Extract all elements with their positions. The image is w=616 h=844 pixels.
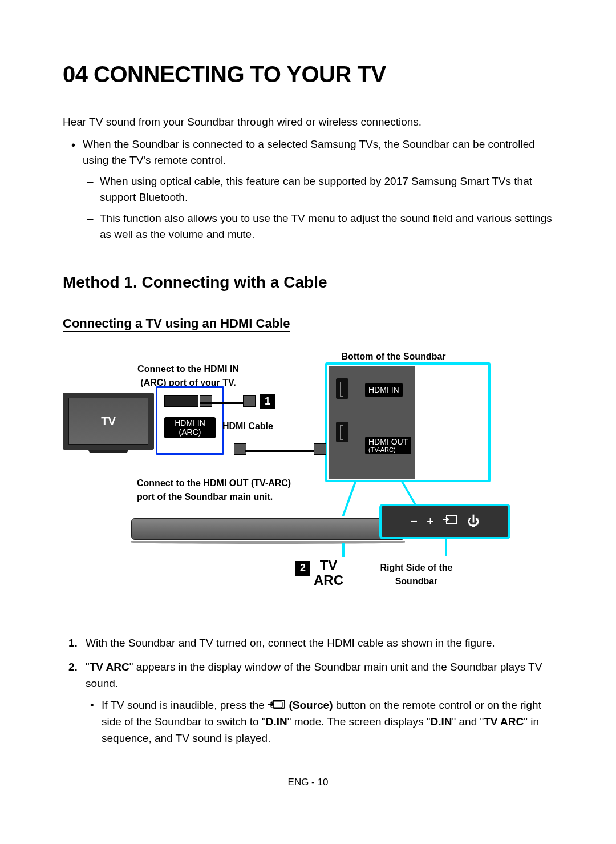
bold-text: TV ARC [484,716,524,728]
tv-arc-display-label: TV ARC [314,558,343,588]
sub-heading: Connecting a TV using an HDMI Cable [63,314,553,333]
hdmi-cable-icon [200,402,245,404]
hdmi-out-label: HDMI OUT (TV-ARC) [365,437,411,454]
label-line: (TV-ARC) [368,446,408,453]
bold-text: TV ARC [90,661,129,673]
label-line: Connect to the HDMI IN [131,362,245,376]
text: " mode. The screen displays " [287,716,431,728]
bullet-text: When the Soundbar is connected to a sele… [83,138,535,167]
method-heading: Method 1. Connecting with a Cable [63,270,553,294]
hdmi-cable-icon [245,450,314,452]
dash-list: When using optical cable, this feature c… [83,173,553,243]
source-icon [443,512,458,531]
step-1-badge: 1 [260,394,275,409]
page-footer: ENG - 10 [63,775,553,790]
connect-tv-label: Connect to the HDMI IN (ARC) port of you… [131,362,245,390]
bold-text: D.IN [430,716,452,728]
hdmi-in-port-icon [336,378,348,399]
volume-up-icon: + [427,512,434,531]
label-line: HDMI IN [164,418,216,428]
connect-soundbar-label: Connect to the HDMI OUT (TV-ARC) port of… [137,476,297,504]
label-line: HDMI OUT [368,438,408,446]
inner-bullet-item: If TV sound is inaudible, press the (Sou… [102,697,553,746]
inner-bullet-list: If TV sound is inaudible, press the (Sou… [86,697,553,746]
hdmi-plug-icon [314,443,326,455]
dash-item: This function also allows you to use the… [100,211,553,243]
soundbar-controls-highlight: − + ⏻ [379,504,510,539]
leader-line [342,482,356,516]
page-title: 04 CONNECTING TO YOUR TV [63,57,553,91]
leader-line [445,539,447,556]
hdmi-out-port-icon [336,422,348,442]
bullet-item: When the Soundbar is connected to a sele… [83,136,553,243]
soundbar-icon [131,518,405,540]
label-line: Soundbar [371,575,462,588]
hdmi-cable-label: HDMI Cable [222,419,273,433]
label-line: (ARC) [164,427,216,437]
steps-list: With the Soundbar and TV turned on, conn… [63,635,553,747]
leader-line [401,482,416,505]
connection-diagram: Bottom of the Soundbar Connect to the HD… [63,350,553,618]
bullet-list: When the Soundbar is connected to a sele… [63,136,553,243]
source-icon [268,698,286,714]
bottom-of-soundbar-label: Bottom of the Soundbar [337,350,451,364]
volume-down-icon: − [410,512,418,531]
text: " [86,661,90,673]
text: If TV sound is inaudible, press the [102,699,268,711]
text: " appears in the display window of the S… [86,661,542,689]
step-item: "TV ARC" appears in the display window o… [86,659,553,746]
tv-screen: TV [68,398,148,445]
right-side-label: Right Side of the Soundbar [371,561,462,588]
bold-text: D.IN [266,716,287,728]
power-icon: ⏻ [467,512,480,531]
dash-item: When using optical cable, this feature c… [100,173,553,206]
label-line: port of the Soundbar main unit. [137,490,297,504]
step-item: With the Soundbar and TV turned on, conn… [86,635,553,652]
bold-text: (Source) [286,699,333,711]
leader-line [342,543,345,557]
intro-text: Hear TV sound from your Soundbar through… [63,114,553,131]
soundbar-shadow [131,541,405,544]
hdmi-plug-icon [200,395,212,407]
tv-label: TV [101,413,116,430]
text: " and " [452,716,484,728]
hdmi-plug-icon [243,395,256,407]
hdmi-port-icon [164,395,198,407]
label-line: Right Side of the [371,561,462,575]
label-line: ARC [314,573,343,588]
tv-stand-icon [88,450,128,453]
step-2-badge: 2 [295,561,310,576]
svg-rect-1 [273,700,285,708]
label-line: TV [314,558,343,573]
hdmi-in-arc-label: HDMI IN (ARC) [164,417,216,439]
tv-icon: TV [63,393,154,450]
hdmi-in-label: HDMI IN [365,383,403,397]
hdmi-plug-icon [234,443,246,455]
label-line: Connect to the HDMI OUT (TV-ARC) [137,476,297,490]
